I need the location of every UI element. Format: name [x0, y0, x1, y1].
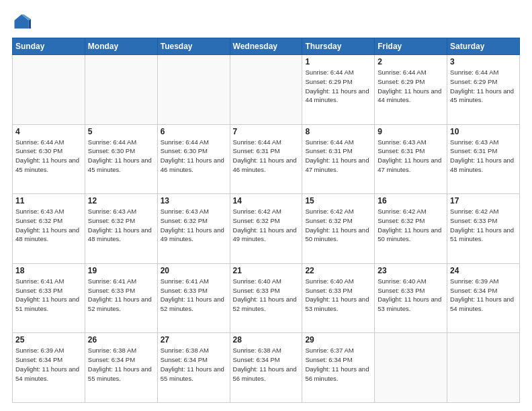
calendar-cell: 27Sunrise: 6:38 AMSunset: 6:34 PMDayligh… — [157, 333, 230, 403]
day-info: Sunrise: 6:42 AMSunset: 6:33 PMDaylight:… — [450, 207, 517, 244]
week-row-1: 1Sunrise: 6:44 AMSunset: 6:29 PMDaylight… — [13, 55, 520, 125]
day-info: Sunrise: 6:44 AMSunset: 6:29 PMDaylight:… — [450, 68, 517, 105]
day-number: 5 — [88, 127, 154, 136]
calendar-cell: 13Sunrise: 6:43 AMSunset: 6:32 PMDayligh… — [157, 194, 230, 264]
day-number: 20 — [161, 266, 227, 275]
day-number: 15 — [305, 196, 371, 205]
day-number: 2 — [378, 57, 444, 66]
day-number: 7 — [233, 127, 300, 136]
day-info: Sunrise: 6:44 AMSunset: 6:29 PMDaylight:… — [378, 68, 444, 105]
day-info: Sunrise: 6:44 AMSunset: 6:31 PMDaylight:… — [305, 138, 371, 175]
day-number: 27 — [161, 335, 227, 345]
calendar-cell — [447, 333, 520, 403]
calendar-cell: 8Sunrise: 6:44 AMSunset: 6:31 PMDaylight… — [302, 124, 375, 194]
weekday-header-saturday: Saturday — [447, 38, 520, 55]
day-info: Sunrise: 6:44 AMSunset: 6:30 PMDaylight:… — [161, 138, 227, 175]
calendar-cell: 16Sunrise: 6:42 AMSunset: 6:32 PMDayligh… — [375, 194, 447, 264]
day-info: Sunrise: 6:39 AMSunset: 6:34 PMDaylight:… — [450, 277, 517, 314]
day-info: Sunrise: 6:41 AMSunset: 6:33 PMDaylight:… — [15, 277, 82, 314]
day-info: Sunrise: 6:44 AMSunset: 6:30 PMDaylight:… — [88, 138, 154, 175]
day-number: 6 — [161, 127, 227, 136]
day-info: Sunrise: 6:38 AMSunset: 6:34 PMDaylight:… — [88, 346, 154, 383]
calendar-table: SundayMondayTuesdayWednesdayThursdayFrid… — [12, 38, 520, 403]
day-info: Sunrise: 6:40 AMSunset: 6:33 PMDaylight:… — [378, 277, 444, 314]
calendar-cell: 1Sunrise: 6:44 AMSunset: 6:29 PMDaylight… — [302, 55, 375, 125]
day-info: Sunrise: 6:43 AMSunset: 6:31 PMDaylight:… — [378, 138, 444, 175]
week-row-5: 25Sunrise: 6:39 AMSunset: 6:34 PMDayligh… — [13, 333, 520, 403]
day-number: 19 — [88, 266, 154, 275]
weekday-header-monday: Monday — [85, 38, 157, 55]
calendar-cell: 4Sunrise: 6:44 AMSunset: 6:30 PMDaylight… — [13, 124, 85, 194]
day-info: Sunrise: 6:37 AMSunset: 6:34 PMDaylight:… — [305, 346, 371, 383]
calendar-cell: 24Sunrise: 6:39 AMSunset: 6:34 PMDayligh… — [447, 263, 520, 333]
weekday-header-row: SundayMondayTuesdayWednesdayThursdayFrid… — [13, 38, 520, 55]
day-number: 18 — [15, 266, 82, 275]
calendar-cell: 5Sunrise: 6:44 AMSunset: 6:30 PMDaylight… — [85, 124, 157, 194]
day-number: 3 — [450, 57, 517, 66]
calendar-cell: 11Sunrise: 6:43 AMSunset: 6:32 PMDayligh… — [13, 194, 85, 264]
calendar-cell: 7Sunrise: 6:44 AMSunset: 6:31 PMDaylight… — [230, 124, 302, 194]
day-info: Sunrise: 6:43 AMSunset: 6:31 PMDaylight:… — [450, 138, 517, 175]
calendar-cell: 9Sunrise: 6:43 AMSunset: 6:31 PMDaylight… — [375, 124, 447, 194]
calendar-cell: 22Sunrise: 6:40 AMSunset: 6:33 PMDayligh… — [302, 263, 375, 333]
calendar-cell: 26Sunrise: 6:38 AMSunset: 6:34 PMDayligh… — [85, 333, 157, 403]
calendar-cell: 20Sunrise: 6:41 AMSunset: 6:33 PMDayligh… — [157, 263, 230, 333]
weekday-header-thursday: Thursday — [302, 38, 375, 55]
calendar-cell: 21Sunrise: 6:40 AMSunset: 6:33 PMDayligh… — [230, 263, 302, 333]
day-info: Sunrise: 6:40 AMSunset: 6:33 PMDaylight:… — [305, 277, 371, 314]
week-row-2: 4Sunrise: 6:44 AMSunset: 6:30 PMDaylight… — [13, 124, 520, 194]
day-info: Sunrise: 6:38 AMSunset: 6:34 PMDaylight:… — [233, 346, 300, 383]
day-info: Sunrise: 6:44 AMSunset: 6:29 PMDaylight:… — [305, 68, 371, 105]
day-info: Sunrise: 6:44 AMSunset: 6:31 PMDaylight:… — [233, 138, 300, 175]
calendar-cell: 6Sunrise: 6:44 AMSunset: 6:30 PMDaylight… — [157, 124, 230, 194]
logo-icon — [12, 12, 31, 31]
day-info: Sunrise: 6:38 AMSunset: 6:34 PMDaylight:… — [161, 346, 227, 383]
calendar-cell: 12Sunrise: 6:43 AMSunset: 6:32 PMDayligh… — [85, 194, 157, 264]
weekday-header-wednesday: Wednesday — [230, 38, 302, 55]
weekday-header-tuesday: Tuesday — [157, 38, 230, 55]
day-info: Sunrise: 6:41 AMSunset: 6:33 PMDaylight:… — [161, 277, 227, 314]
calendar-cell — [85, 55, 157, 125]
day-info: Sunrise: 6:40 AMSunset: 6:33 PMDaylight:… — [233, 277, 300, 314]
day-number: 26 — [88, 335, 154, 345]
calendar-cell: 17Sunrise: 6:42 AMSunset: 6:33 PMDayligh… — [447, 194, 520, 264]
calendar-cell: 23Sunrise: 6:40 AMSunset: 6:33 PMDayligh… — [375, 263, 447, 333]
day-info: Sunrise: 6:39 AMSunset: 6:34 PMDaylight:… — [15, 346, 82, 383]
calendar-cell: 3Sunrise: 6:44 AMSunset: 6:29 PMDaylight… — [447, 55, 520, 125]
svg-marker-2 — [29, 19, 32, 29]
day-number: 28 — [233, 335, 300, 345]
calendar-cell: 18Sunrise: 6:41 AMSunset: 6:33 PMDayligh… — [13, 263, 85, 333]
calendar-cell: 19Sunrise: 6:41 AMSunset: 6:33 PMDayligh… — [85, 263, 157, 333]
day-number: 24 — [450, 266, 517, 275]
day-number: 23 — [378, 266, 444, 275]
week-row-4: 18Sunrise: 6:41 AMSunset: 6:33 PMDayligh… — [13, 263, 520, 333]
weekday-header-friday: Friday — [375, 38, 447, 55]
week-row-3: 11Sunrise: 6:43 AMSunset: 6:32 PMDayligh… — [13, 194, 520, 264]
calendar-cell: 15Sunrise: 6:42 AMSunset: 6:32 PMDayligh… — [302, 194, 375, 264]
day-number: 17 — [450, 196, 517, 205]
day-number: 10 — [450, 127, 517, 136]
weekday-header-sunday: Sunday — [13, 38, 85, 55]
day-number: 1 — [305, 57, 371, 66]
calendar-cell: 10Sunrise: 6:43 AMSunset: 6:31 PMDayligh… — [447, 124, 520, 194]
calendar-cell — [13, 55, 85, 125]
day-info: Sunrise: 6:43 AMSunset: 6:32 PMDaylight:… — [88, 207, 154, 244]
calendar-cell — [230, 55, 302, 125]
day-info: Sunrise: 6:43 AMSunset: 6:32 PMDaylight:… — [15, 207, 82, 244]
day-number: 8 — [305, 127, 371, 136]
day-info: Sunrise: 6:42 AMSunset: 6:32 PMDaylight:… — [378, 207, 444, 244]
calendar-cell: 29Sunrise: 6:37 AMSunset: 6:34 PMDayligh… — [302, 333, 375, 403]
day-number: 29 — [305, 335, 371, 345]
header — [12, 12, 520, 31]
day-number: 16 — [378, 196, 444, 205]
day-number: 9 — [378, 127, 444, 136]
day-info: Sunrise: 6:44 AMSunset: 6:30 PMDaylight:… — [15, 138, 82, 175]
day-number: 11 — [15, 196, 82, 205]
day-number: 14 — [233, 196, 300, 205]
day-number: 21 — [233, 266, 300, 275]
day-number: 22 — [305, 266, 371, 275]
page: SundayMondayTuesdayWednesdayThursdayFrid… — [0, 0, 532, 411]
day-info: Sunrise: 6:43 AMSunset: 6:32 PMDaylight:… — [161, 207, 227, 244]
calendar-cell: 2Sunrise: 6:44 AMSunset: 6:29 PMDaylight… — [375, 55, 447, 125]
logo — [12, 12, 34, 31]
